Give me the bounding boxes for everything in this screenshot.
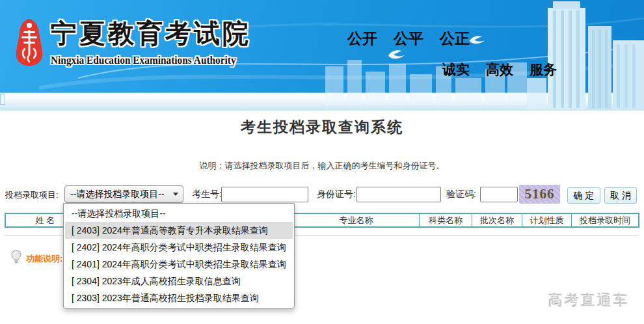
- dropdown-option[interactable]: [ 2402] 2024年高职分类考试中职类招生录取结果查询: [65, 239, 293, 256]
- dove-icon: [468, 34, 485, 45]
- column-header-major: 专业名称: [293, 214, 419, 226]
- dove-icon: [387, 48, 405, 60]
- slogan-open-fair-just: 公开公平公正: [347, 29, 470, 49]
- dropdown-option[interactable]: [ 2304] 2023年成人高校招生录取信息查询: [65, 273, 293, 290]
- project-select-dropdown: --请选择投档录取项目-- [ 2403] 2024年普通高等教育专升本录取结果…: [63, 203, 295, 309]
- slogan-honest-efficient-service: 诚实高效服务: [442, 61, 557, 79]
- bulb-icon: [10, 250, 23, 264]
- org-name-english: Ningxia Education Examinations Authority: [51, 55, 236, 66]
- project-select-value: --请选择投档录取项目--: [70, 189, 165, 200]
- header-banner: 宁夏教育考试院 Ningxia Education Examinations A…: [0, 0, 644, 93]
- org-name-chinese: 宁夏教育考试院: [51, 16, 251, 51]
- slogan-word: 公开: [347, 30, 377, 47]
- function-note-label: 功能说明:: [26, 253, 62, 265]
- slogan-word: 公平: [394, 30, 423, 47]
- slogan-word: 服务: [530, 62, 557, 77]
- page-title: 考生投档录取查询系统: [0, 117, 644, 137]
- page: 宁夏教育考试院 Ningxia Education Examinations A…: [0, 0, 644, 324]
- slogan-word: 诚实: [442, 62, 470, 77]
- captcha-label: 验证码:: [446, 189, 476, 200]
- dropdown-option[interactable]: --请选择投档录取项目--: [65, 205, 293, 222]
- slogan-word: 公正: [440, 30, 470, 47]
- dropdown-option[interactable]: [ 2401] 2024年高职分类考试中职类招生录取结果查询: [65, 256, 293, 273]
- sub-navigation-bar: [0, 93, 644, 111]
- id-card-label: 身份证号:: [317, 189, 356, 200]
- subbar-left-edge-box: [0, 94, 5, 105]
- dropdown-option[interactable]: [ 2303] 2023年普通高校招生投档录取结果查询: [65, 290, 293, 306]
- instruction-text: 说明：请选择投档录取项目后，输入正确的考生编号和身份证号。: [0, 160, 644, 172]
- captcha-input[interactable]: [480, 187, 518, 202]
- column-header-batch: 批次名称: [472, 214, 522, 226]
- dropdown-option[interactable]: [ 2403] 2024年普通高等教育专升本录取结果查询: [65, 222, 293, 239]
- candidate-no-label: 考生号:: [192, 189, 222, 200]
- authority-seal-logo: [13, 18, 46, 67]
- cancel-button[interactable]: 取 消: [604, 187, 637, 204]
- confirm-button[interactable]: 确 定: [567, 187, 600, 204]
- column-header-subject-category: 科类名称: [419, 214, 472, 226]
- id-card-input[interactable]: [356, 187, 441, 202]
- candidate-no-input[interactable]: [221, 187, 308, 202]
- project-select-label: 投档录取项目:: [5, 189, 59, 201]
- column-header-plan-type: 计划性质: [522, 214, 571, 226]
- watermark-text: 高考直通车: [548, 291, 630, 310]
- chevron-down-icon: [173, 193, 178, 196]
- captcha-image[interactable]: 5166: [519, 185, 560, 204]
- column-header-admission-time: 投档录取时间: [571, 214, 638, 226]
- slogan-word: 高效: [486, 62, 513, 77]
- subbar-right-edge-box: [639, 95, 644, 103]
- project-select[interactable]: --请选择投档录取项目--: [64, 185, 183, 203]
